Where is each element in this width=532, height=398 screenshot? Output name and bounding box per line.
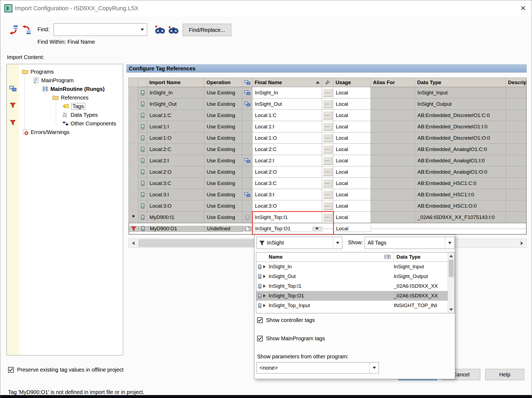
find-input[interactable] [54,24,138,36]
tree-item-other-components[interactable]: Other Components [63,119,116,128]
final-name-cell[interactable]: InSight_Out [253,98,322,110]
tag-filter-combobox[interactable]: InSight [257,237,342,249]
scroll-left-button[interactable] [129,239,138,247]
alias-for-cell[interactable] [371,87,415,98]
row-selector[interactable]: * [129,178,138,189]
scroll-up-button[interactable] [448,252,454,259]
row-selector[interactable]: * [129,155,138,166]
tree-item-data-types[interactable]: 101010 Data Types [63,111,98,119]
alias-for-cell[interactable] [371,166,415,178]
expand-arrow-icon[interactable] [263,284,265,288]
final-name-cell[interactable]: Local:1:C [253,110,322,121]
tag-list-item[interactable]: InSight_In InSight_Input [256,262,448,272]
final-name-cell[interactable]: Local:3:C [253,178,322,189]
alias-for-cell[interactable] [371,144,415,155]
tree-item-errors-warnings[interactable]: Errors/Warnings [22,128,70,136]
usage-header[interactable]: Usage [333,78,371,87]
configure-column-header[interactable] [322,78,333,87]
final-name-cell[interactable]: Local:2:I [253,155,322,166]
browse-tags-button[interactable]: ... [323,123,332,131]
final-name-dropdown-button[interactable] [313,227,321,231]
show-dropdown-icon[interactable] [445,237,454,249]
tree-item-mainroutine[interactable]: MainRoutine (Rungs) [42,85,105,93]
tag-list-item[interactable]: InSight_Top_Output INSIGHT_TOP_OU [256,310,448,313]
final-name-cell[interactable]: InSight_In [253,87,322,98]
alias-for-cell[interactable] [371,200,415,212]
browse-tags-button[interactable]: ... [323,202,332,210]
browse-tags-button[interactable]: ... [323,100,332,108]
expand-arrow-icon[interactable] [263,304,265,307]
alias-for-cell[interactable] [371,121,415,132]
usage-cell[interactable]: Local [333,189,371,200]
operation-header[interactable]: Operation [204,78,242,87]
connection-column-header[interactable] [242,78,253,87]
row-selector[interactable]: * [129,121,138,132]
close-icon[interactable]: × [520,2,526,13]
tree-item-mainprogram[interactable]: MainProgram [33,76,74,85]
tag-list-item[interactable]: InSight_Top:O1 _02A6:ISD9XX_XX [256,291,448,301]
description-header[interactable]: Description [506,78,526,87]
browse-tags-button[interactable]: ... [323,213,332,221]
final-name-cell[interactable]: Local:3:I [253,189,322,200]
alias-for-cell[interactable] [371,110,415,121]
usage-cell[interactable]: Local [333,212,371,223]
import-rung-up-icon[interactable] [21,25,32,35]
usage-cell[interactable]: Local [333,166,371,178]
alias-for-cell[interactable] [371,189,415,200]
final-name-cell[interactable]: Local:2:C [253,144,322,155]
row-selector[interactable]: * [129,226,139,232]
row-selector[interactable]: * [129,87,138,98]
tag-list-scrollbar[interactable] [448,252,454,313]
alias-for-header[interactable]: Alias For [371,78,415,87]
alias-for-cell[interactable] [371,98,415,110]
other-program-combobox[interactable]: <none> [257,362,379,373]
tree-item-programs[interactable]: Programs [22,67,54,76]
browse-tags-button[interactable]: ... [323,157,332,165]
alias-for-cell[interactable] [371,155,415,166]
preserve-tags-checkbox[interactable] [8,367,14,373]
row-selector[interactable]: * [129,98,138,110]
show-filter-combobox[interactable]: All Tags [365,237,454,249]
alias-for-cell[interactable] [371,132,415,144]
browse-tags-button[interactable]: ... [323,191,332,199]
final-name-cell[interactable]: InSight_Top:I1 [253,212,322,223]
row-selector[interactable]: * [129,132,138,144]
data-type-header[interactable]: Data Type [415,78,506,87]
browse-tags-button[interactable]: ... [323,89,332,97]
final-name-cell[interactable]: Local:1:I [253,121,322,132]
show-mainprogram-tags-checkbox[interactable] [257,336,263,341]
row-selector[interactable]: * [129,200,138,212]
usage-cell[interactable]: Local [334,226,371,232]
row-selector[interactable]: * [129,110,138,121]
row-selector[interactable]: * [129,212,138,223]
other-program-dropdown-icon[interactable] [369,362,379,373]
alias-for-cell[interactable] [371,178,415,189]
find-previous-icon[interactable] [168,25,179,34]
row-selector[interactable]: * [129,166,138,178]
usage-cell[interactable]: Local [333,121,371,132]
row-selector[interactable]: * [129,189,138,200]
usage-cell[interactable]: Local [333,200,371,212]
browse-tags-button[interactable]: ... [323,168,332,176]
column-config-icon[interactable] [384,255,391,259]
expand-arrow-icon[interactable] [263,265,265,268]
name-column-header[interactable]: Name [256,252,394,262]
browse-tags-button[interactable]: ... [323,179,332,187]
alias-for-cell[interactable] [371,229,415,229]
tag-list-item[interactable]: InSight_Out InSight_Output [256,272,448,281]
tag-list-item[interactable]: InSight_Top_Input INSIGHT_TOP_INI [256,301,448,310]
final-name-cell[interactable]: Local:1:O [253,132,322,144]
import-name-header[interactable]: Import Name [147,78,204,87]
usage-cell[interactable]: Local [333,178,371,189]
final-name-cell[interactable]: InSight_Top:O1 [253,226,322,232]
find-combobox[interactable] [54,23,147,36]
import-rung-down-icon[interactable] [8,25,19,35]
usage-cell[interactable]: Local [333,87,371,98]
data-type-column-header[interactable]: Data Type [394,254,448,260]
find-next-icon[interactable] [154,25,166,34]
usage-cell[interactable]: Local [333,155,371,166]
tag-list-item[interactable]: InSight_Top:I1 _02A6:ISD9XX_XX [256,281,448,291]
usage-cell[interactable]: Local [333,110,371,121]
scrollbar-thumb[interactable] [449,260,454,277]
final-name-cell[interactable]: Local:3:O [253,200,322,212]
